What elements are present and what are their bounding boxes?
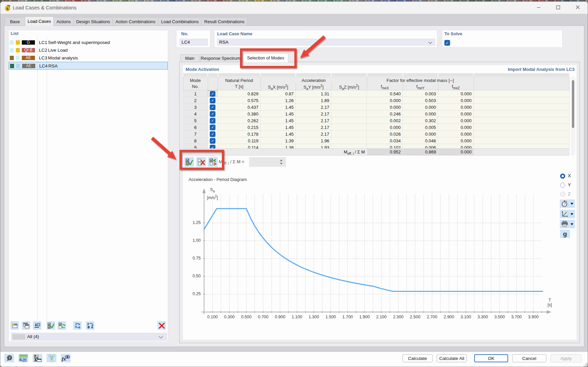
cancel-button[interactable]: Cancel xyxy=(512,354,546,362)
list-filter-combobox[interactable]: All (4) xyxy=(11,333,167,341)
cell-value: 0.005 xyxy=(403,125,438,130)
display-settings-button[interactable]: A xyxy=(33,354,42,362)
import-modal-analysis-link[interactable]: Import Modal Analysis from LC3 xyxy=(403,67,575,72)
category-color-chip xyxy=(10,64,14,68)
load-case-name: Live Load xyxy=(48,48,68,53)
table-row: 4✓0.3801.452.170.2460.0000.000 xyxy=(0,110,588,117)
table-body: 1✓0.8290.871.310.5400.0030.0002✓0.5751.2… xyxy=(0,90,588,148)
resize-grip[interactable] xyxy=(584,363,588,367)
axis-radio-label-y: Y xyxy=(568,182,571,187)
header-say: SaY [m/s2] xyxy=(296,84,331,91)
cell-value: 0.046 xyxy=(403,138,438,143)
copy-load-case-button[interactable] xyxy=(22,321,30,330)
cell-value: 0.000 xyxy=(438,98,474,103)
ok-button[interactable]: OK xyxy=(474,354,508,362)
mode-active-checkbox[interactable]: ✓ xyxy=(210,98,215,103)
table-column-strip xyxy=(474,73,569,77)
mode-active-checkbox[interactable]: ✓ xyxy=(210,131,215,137)
category-color-chip xyxy=(10,40,14,45)
cell-value: 0.215 xyxy=(218,125,260,130)
list-item-lc3[interactable]: AELC3Modal analysis xyxy=(9,54,168,62)
table-row: 7✓0.1781.452.170.0260.0000.000 xyxy=(0,131,588,137)
spinner-up-icon[interactable] xyxy=(280,159,283,161)
y-tick-label: 0.50 xyxy=(183,274,201,278)
rfem-app-icon: 6 xyxy=(5,4,11,11)
gravity-units-button[interactable]: g xyxy=(560,230,570,238)
invert-check-button[interactable] xyxy=(58,321,66,330)
mode-number: 3 xyxy=(183,105,208,110)
tab-base[interactable]: Base xyxy=(5,17,25,26)
tab-result-combinations[interactable]: Result Combinations xyxy=(201,17,247,26)
table-column-strip xyxy=(261,73,295,77)
load-case-name-combobox[interactable]: RSA xyxy=(217,39,435,46)
table-scrollbar-thumb[interactable] xyxy=(572,80,574,128)
cell-value: 0.178 xyxy=(218,132,260,137)
table-scrollbar[interactable] xyxy=(571,77,575,155)
load-case-name: Self-Weight and superimposed xyxy=(48,40,110,45)
renumber-button[interactable]: 2 6 xyxy=(73,321,82,330)
footer-label: Meff. i / Σ M xyxy=(331,149,367,155)
new-load-case-button[interactable] xyxy=(10,321,19,330)
spinner-down-icon[interactable] xyxy=(280,163,283,165)
axis-radio-label-x: X xyxy=(568,173,571,178)
list-item-lc1[interactable]: GLC1Self-Weight and superimposed xyxy=(9,39,168,46)
filter-color-swatch xyxy=(12,334,25,339)
mode-active-checkbox[interactable]: ✓ xyxy=(210,138,215,144)
check-all-button[interactable] xyxy=(47,321,55,330)
delete-load-case-button[interactable] xyxy=(157,321,166,330)
close-button[interactable] xyxy=(570,2,585,13)
mode-active-checkbox[interactable]: ✓ xyxy=(210,118,215,124)
svg-text:?: ? xyxy=(8,356,10,360)
cell-value: 0.000 xyxy=(438,105,474,110)
inner-tab-response-spectrum[interactable]: Response Spectrum xyxy=(200,54,241,62)
mode-number: 4 xyxy=(183,111,208,117)
mode-number: 5 xyxy=(183,118,208,123)
maximize-button[interactable] xyxy=(550,2,566,13)
tree-view-button[interactable] xyxy=(47,354,56,362)
list-item-lc4[interactable]: AELC4RSA xyxy=(9,62,168,70)
mode-active-checkbox[interactable]: ✓ xyxy=(210,111,215,117)
inner-tab-main[interactable]: Main xyxy=(180,54,199,62)
print-dropdown[interactable] xyxy=(560,220,575,228)
to-solve-checkbox[interactable]: ✓ xyxy=(444,40,450,46)
diagram-settings-dropdown[interactable] xyxy=(560,210,575,218)
tab-design-situations[interactable]: Design Situations xyxy=(74,17,113,26)
load-case-name-value: RSA xyxy=(219,40,229,45)
x-tick-label: 3.700 xyxy=(508,315,525,319)
mode-number: 7 xyxy=(183,132,208,137)
cell-value: 1.39 xyxy=(260,138,296,143)
action-category-chip: QI B xyxy=(22,48,35,52)
x-tick-label: 1.100 xyxy=(289,315,305,319)
minimize-button[interactable] xyxy=(531,2,546,13)
mode-active-checkbox[interactable]: ✓ xyxy=(210,145,215,149)
renumber-single-button[interactable]: 2 6 xyxy=(86,321,94,330)
axis-radio-x[interactable] xyxy=(560,174,565,179)
calculate-button[interactable]: Calculate xyxy=(402,354,433,362)
list-panel-label: List xyxy=(11,31,18,36)
tab-actions[interactable]: Actions xyxy=(53,17,74,26)
data-cell xyxy=(331,110,367,117)
time-settings-dropdown[interactable] xyxy=(560,199,575,208)
printer-icon xyxy=(561,221,568,229)
footer-sum-value: 0.869 xyxy=(403,149,438,154)
list-item-lc2[interactable]: QI BLC2Live Load xyxy=(9,46,168,54)
axis-radio-y[interactable] xyxy=(560,183,565,188)
tab-action-combinations[interactable]: Action Combinations xyxy=(112,17,158,26)
mode-active-checkbox[interactable]: ✓ xyxy=(210,104,215,110)
load-cases-dialog-window: 6 Load Cases & Combinations BaseLoad Cas… xyxy=(0,1,588,367)
meff-threshold-spinner[interactable] xyxy=(249,157,286,167)
formula-visibility-button[interactable]: fx xyxy=(61,354,70,362)
units-settings-button[interactable]: 0,00 xyxy=(18,354,28,362)
help-button[interactable]: ? xyxy=(4,354,14,362)
calculate-all-button[interactable]: Calculate All xyxy=(437,354,467,362)
mode-active-checkbox[interactable]: ✓ xyxy=(210,125,215,130)
import-load-case-button[interactable] xyxy=(33,321,41,330)
tab-load-combinations[interactable]: Load Combinations xyxy=(158,17,202,26)
svg-text:2: 2 xyxy=(87,322,89,326)
cell-value: 0.002 xyxy=(367,118,403,123)
table-row: 8✓0.1191.391.960.0340.0460.000 xyxy=(0,137,588,144)
chevron-down-icon xyxy=(571,213,573,215)
load-case-number-field[interactable]: LC4 xyxy=(180,39,208,46)
tab-load-cases[interactable]: Load Cases xyxy=(25,16,54,26)
cell-value: 0.000 xyxy=(438,138,474,143)
